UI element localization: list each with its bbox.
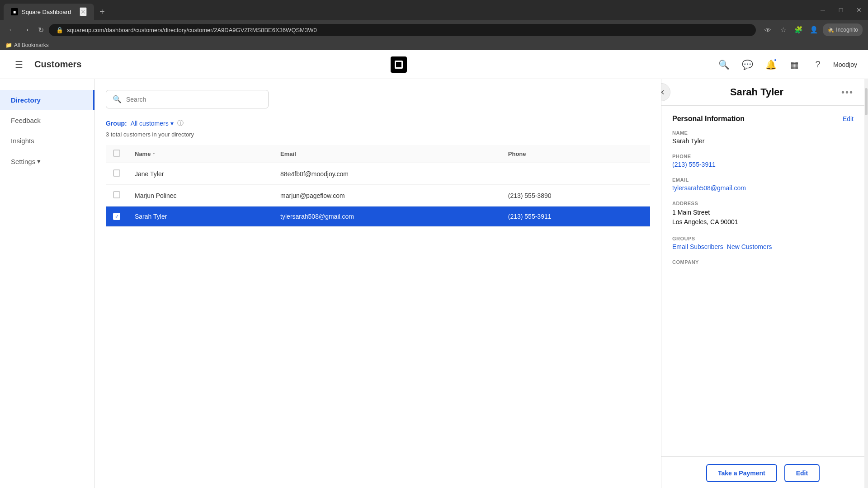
row-phone-cell: (213) 555-3911: [501, 206, 650, 227]
row-phone: (213) 555-3911: [508, 213, 552, 220]
edit-button[interactable]: Edit: [784, 464, 820, 482]
search-icon: 🔍: [113, 95, 122, 103]
row-name-cell: Marjun Polinec: [127, 185, 273, 206]
row-phone-cell: (213) 555-3890: [501, 185, 650, 206]
minimize-button[interactable]: ─: [814, 3, 832, 17]
sidebar-item-settings[interactable]: Settings ▾: [0, 151, 94, 172]
hamburger-menu[interactable]: ☰: [11, 56, 27, 73]
detail-panel: ✕ Sarah Tyler ••• Personal Information E…: [661, 79, 864, 488]
groups-list: Email Subscribers New Customers: [672, 243, 854, 250]
table-header-checkbox: [106, 145, 127, 163]
row-name: Sarah Tyler: [135, 213, 167, 220]
groups-field: GROUPS Email Subscribers New Customers: [672, 236, 854, 250]
eye-off-icon[interactable]: 👁: [761, 23, 774, 36]
sidebar-settings-label: Settings: [11, 158, 35, 165]
row-name: Marjun Polinec: [135, 192, 177, 199]
main-content: 🔍 Group: All customers ▾ ⓘ 3 total custo…: [95, 79, 661, 488]
name-field: NAME Sarah Tyler: [672, 130, 854, 145]
email-label: EMAIL: [672, 177, 854, 183]
customer-count: 3 total customers in your directory: [106, 131, 650, 138]
messages-button[interactable]: 💬: [739, 56, 755, 73]
groups-label: GROUPS: [672, 236, 854, 241]
search-input[interactable]: [126, 96, 262, 103]
search-bar[interactable]: 🔍: [106, 90, 269, 108]
section-title: Personal Information: [672, 115, 745, 123]
address-bar[interactable]: 🔒 squareup.com/dashboard/customers/direc…: [49, 24, 756, 36]
app: ☰ Customers 🔍 💬 🔔 ▦ ? Moodjoy Directory: [0, 50, 868, 488]
extension-icon[interactable]: 🧩: [792, 23, 805, 36]
scrollbar-track[interactable]: [864, 79, 868, 488]
search-button[interactable]: 🔍: [716, 56, 732, 73]
notifications-button[interactable]: 🔔: [763, 56, 779, 73]
user-name[interactable]: Moodjoy: [833, 61, 857, 68]
group-tag-email-subscribers[interactable]: Email Subscribers: [672, 243, 723, 250]
sidebar-directory-label: Directory: [11, 96, 41, 104]
tab-favicon: ■: [11, 8, 18, 15]
logo-center: [89, 56, 708, 73]
row-phone-cell: [501, 163, 650, 185]
nav-icons: 🔍 💬 🔔 ▦ ? Moodjoy: [716, 56, 857, 73]
settings-chevron-icon: ▾: [37, 157, 41, 165]
personal-info-section-header: Personal Information Edit: [672, 115, 854, 123]
row-checkbox[interactable]: [113, 191, 120, 198]
company-field: COMPANY: [672, 259, 854, 265]
select-all-checkbox[interactable]: [113, 150, 120, 157]
row-email-cell: marjun@pageflow.com: [273, 185, 501, 206]
app-title: Customers: [34, 59, 81, 70]
help-button[interactable]: ?: [810, 56, 826, 73]
table-row[interactable]: Marjun Polinec marjun@pageflow.com (213)…: [106, 185, 650, 206]
detail-footer: Take a Payment Edit: [661, 456, 864, 488]
dashboard-button[interactable]: ▦: [786, 56, 802, 73]
sidebar-item-directory[interactable]: Directory: [0, 90, 94, 110]
row-checkbox[interactable]: [113, 213, 120, 220]
row-phone: (213) 555-3890: [508, 192, 552, 199]
table-row[interactable]: Jane Tyler 88e4fb0f@moodjoy.com: [106, 163, 650, 185]
row-name-cell: Jane Tyler: [127, 163, 273, 185]
bookmarks-bar: 📁 All Bookmarks: [0, 40, 868, 50]
group-chevron-icon: ▾: [170, 120, 174, 127]
bookmark-icon[interactable]: ☆: [777, 23, 789, 36]
square-logo[interactable]: [391, 56, 407, 73]
row-email: marjun@pageflow.com: [280, 192, 345, 199]
detail-body: Personal Information Edit NAME Sarah Tyl…: [661, 106, 864, 456]
edit-link[interactable]: Edit: [843, 115, 854, 122]
table-header-name: Name ↑: [127, 145, 273, 163]
scrollbar-thumb[interactable]: [865, 88, 868, 115]
row-email-cell: 88e4fb0f@moodjoy.com: [273, 163, 501, 185]
tab-close-button[interactable]: ✕: [80, 7, 87, 16]
content-area: Directory Feedback Insights Settings ▾ 🔍: [0, 79, 868, 488]
close-button[interactable]: ✕: [850, 3, 868, 17]
sidebar-item-insights[interactable]: Insights: [0, 131, 94, 151]
sidebar-insights-label: Insights: [11, 137, 34, 145]
maximize-button[interactable]: □: [832, 3, 850, 17]
refresh-button[interactable]: ↻: [34, 23, 47, 36]
notification-dot: [774, 58, 777, 62]
main-panel: 🔍 Group: All customers ▾ ⓘ 3 total custo…: [95, 79, 661, 488]
top-nav: ☰ Customers 🔍 💬 🔔 ▦ ? Moodjoy: [0, 50, 868, 79]
phone-value[interactable]: (213) 555-3911: [672, 161, 854, 168]
forward-button[interactable]: →: [20, 23, 33, 36]
window-controls: ─ □ ✕: [814, 3, 868, 17]
group-info-icon[interactable]: ⓘ: [177, 119, 184, 127]
sidebar-item-feedback[interactable]: Feedback: [0, 110, 94, 131]
row-checkbox[interactable]: [113, 169, 120, 177]
profile-icon[interactable]: 👤: [807, 23, 820, 36]
sidebar: Directory Feedback Insights Settings ▾: [0, 79, 95, 488]
take-payment-button[interactable]: Take a Payment: [706, 464, 777, 482]
phone-label: PHONE: [672, 154, 854, 159]
group-value-button[interactable]: All customers ▾: [131, 120, 174, 127]
email-field: EMAIL tylersarah508@gmail.com: [672, 177, 854, 192]
back-button[interactable]: ←: [5, 23, 18, 36]
customer-table: Name ↑ Email Phone Jane Tyler 88e4fb0f@m…: [106, 145, 650, 227]
email-value[interactable]: tylersarah508@gmail.com: [672, 184, 854, 192]
sort-asc-icon: ↑: [152, 150, 156, 157]
table-row[interactable]: Sarah Tyler tylersarah508@gmail.com (213…: [106, 206, 650, 227]
new-tab-button[interactable]: +: [96, 5, 108, 19]
group-tag-new-customers[interactable]: New Customers: [727, 243, 772, 250]
detail-more-button[interactable]: •••: [841, 87, 854, 98]
group-filter: Group: All customers ▾ ⓘ: [106, 119, 650, 127]
row-name-cell: Sarah Tyler: [127, 206, 273, 227]
browser-chrome: ■ Square Dashboard ✕ + ─ □ ✕ ← → ↻ 🔒 squ…: [0, 0, 868, 50]
detail-close-button[interactable]: ✕: [661, 83, 670, 101]
browser-tab[interactable]: ■ Square Dashboard ✕: [4, 4, 94, 20]
